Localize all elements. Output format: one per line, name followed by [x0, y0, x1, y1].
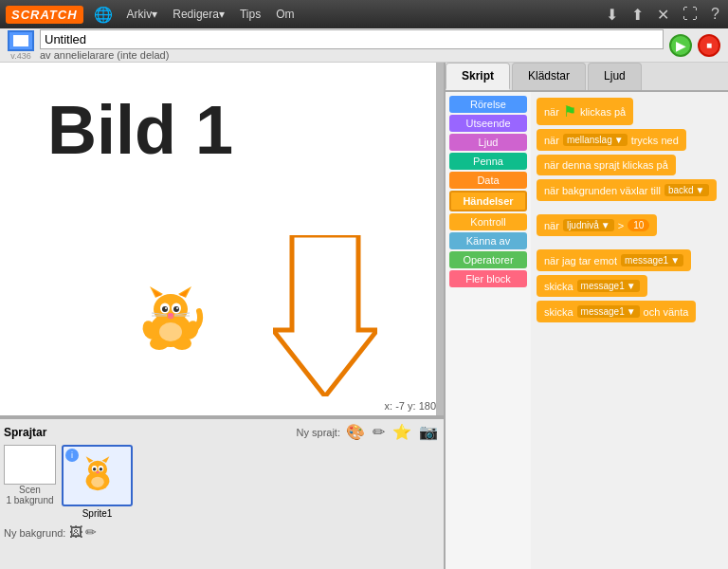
- stage-icon: [8, 30, 34, 51]
- block-key-dropdown[interactable]: mellanslag ▼: [563, 134, 628, 146]
- svg-point-11: [173, 306, 179, 312]
- stop-button[interactable]: ■: [698, 34, 720, 57]
- blocks-area: Rörelse Utseende Ljud Penna Data Händels…: [446, 92, 728, 569]
- right-panel: Skript Klädstar Ljud Rörelse Utseende Lj…: [446, 63, 728, 569]
- new-background-section: Ny bakgrund: 🖼 ✏: [4, 524, 440, 540]
- author-label: av annelielarare (inte delad): [40, 49, 664, 61]
- cat-fler-block[interactable]: Fler block: [449, 270, 527, 287]
- arrow-overlay: [273, 235, 368, 387]
- blocks-panel: när ⚑ klickas på när mellanslag ▼ trycks…: [531, 92, 728, 569]
- block-backdrop-label: när bakgrunden växlar till: [544, 185, 661, 196]
- scratch-cat: [133, 283, 209, 358]
- block-receive-dropdown[interactable]: message1 ▼: [621, 254, 683, 266]
- new-background-label: Ny bakgrund:: [4, 527, 65, 539]
- block-backdrop-dropdown[interactable]: backd▼: [664, 184, 709, 196]
- green-flag-icon: ⚑: [563, 102, 576, 120]
- stage-coords: x: -7 y: 180: [385, 400, 436, 412]
- categories-col: Rörelse Utseende Ljud Penna Data Händels…: [446, 92, 531, 569]
- svg-marker-24: [273, 235, 377, 396]
- version-badge: v.436: [10, 51, 30, 61]
- dropdown-arrow-icon: ▼: [614, 135, 624, 145]
- block-gap-2: [537, 240, 722, 246]
- tab-ljud[interactable]: Ljud: [588, 63, 642, 90]
- block-receive[interactable]: när jag tar emot message1 ▼: [537, 249, 691, 271]
- block-send[interactable]: skicka message1 ▼: [537, 275, 647, 297]
- block-send-wait-label: skicka: [544, 306, 573, 318]
- block-sound-level[interactable]: när ljudnivå ▼ > 10: [537, 214, 657, 236]
- tab-kladslar[interactable]: Klädstar: [512, 63, 586, 90]
- svg-point-10: [162, 306, 168, 312]
- svg-point-14: [168, 313, 173, 317]
- block-key-press[interactable]: när mellanslag ▼ trycks ned: [537, 129, 686, 151]
- block-backdrop[interactable]: när bakgrunden växlar till backd▼: [537, 179, 717, 201]
- menu-arkiv[interactable]: Arkiv▾: [123, 6, 162, 23]
- project-title-input[interactable]: [40, 29, 664, 49]
- dropdown-arrow-icon5: ▼: [627, 281, 636, 291]
- svg-marker-27: [85, 456, 93, 463]
- toolbar: SCRATCH 🌐 Arkiv▾ Redigera▾ Tips Om ⬇ ⬆ ✕…: [0, 0, 728, 28]
- svg-point-26: [87, 461, 106, 478]
- help-icon[interactable]: ?: [708, 6, 722, 23]
- block-green-flag[interactable]: när ⚑ klickas på: [537, 98, 633, 125]
- svg-marker-28: [101, 456, 109, 463]
- block-gap-1: [537, 205, 722, 211]
- stage-resize-handle[interactable]: [436, 63, 444, 415]
- block-sprite-click[interactable]: när denna sprajt klickas på: [537, 155, 676, 175]
- tabs-bar: Skript Klädstar Ljud: [446, 63, 728, 92]
- edit-bg-button[interactable]: ✏: [85, 524, 97, 540]
- block-sound-value[interactable]: 10: [628, 219, 649, 231]
- left-panel: Bild 1: [0, 63, 446, 569]
- cat-utseende[interactable]: Utseende: [449, 115, 527, 132]
- dropdown-arrow-icon2: ▼: [696, 185, 705, 195]
- block-flag-suffix: klickas på: [580, 106, 626, 118]
- sprites-title: Sprajtar: [4, 426, 46, 439]
- cat-kanna-av[interactable]: Känna av: [449, 232, 527, 249]
- block-send-label: skicka: [544, 281, 573, 292]
- cat-rorelse[interactable]: Rörelse: [449, 96, 527, 113]
- dropdown-arrow-icon6: ▼: [627, 306, 636, 317]
- block-send-dropdown[interactable]: message1 ▼: [577, 280, 640, 292]
- sprites-area: Scen 1 bakgrund i: [4, 445, 440, 519]
- cat-data[interactable]: Data: [449, 172, 527, 189]
- expand-icon[interactable]: ⛶: [680, 6, 701, 23]
- svg-point-31: [92, 468, 95, 470]
- sprite1-label: Sprite1: [82, 508, 113, 519]
- svg-point-12: [165, 307, 167, 309]
- block-key-when-label: när: [544, 135, 559, 146]
- svg-point-3: [154, 294, 188, 324]
- block-flag-when-label: när: [544, 106, 559, 118]
- cat-handelser[interactable]: Händelser: [449, 191, 527, 211]
- green-flag-button[interactable]: ▶: [669, 34, 692, 57]
- sprite-info-icon[interactable]: i: [65, 449, 79, 462]
- block-sound-dropdown[interactable]: ljudnivå ▼: [563, 219, 614, 231]
- paint-sprite-button[interactable]: 🎨: [344, 423, 367, 441]
- new-sprite-label: Ny sprajt:: [297, 427, 340, 438]
- sprites-header: Sprajtar Ny sprajt: 🎨 ✏ ⭐ 📷: [4, 423, 440, 441]
- fullscreen-icon[interactable]: ✕: [654, 6, 672, 24]
- menu-tips[interactable]: Tips: [236, 6, 264, 23]
- scene-box: Scen 1 bakgrund: [4, 445, 56, 519]
- paint-bg-button[interactable]: 🖼: [69, 524, 82, 540]
- block-sprite-click-label: när denna sprajt klickas på: [544, 159, 668, 171]
- sprite-thumb-sprite1[interactable]: i: [62, 445, 133, 506]
- cat-kontroll[interactable]: Kontroll: [449, 213, 527, 230]
- block-send-wait-dropdown[interactable]: message1 ▼: [577, 305, 640, 318]
- upload-sprite-button[interactable]: 📷: [417, 423, 440, 441]
- svg-point-23: [159, 322, 182, 341]
- scene-thumb[interactable]: [4, 445, 56, 485]
- menu-redigera[interactable]: Redigera▾: [169, 6, 228, 23]
- cat-penna[interactable]: Penna: [449, 153, 527, 170]
- edit-sprite-button[interactable]: ✏: [371, 423, 387, 441]
- download-icon[interactable]: ⬇: [603, 6, 621, 24]
- block-sound-when-label: när: [544, 220, 559, 231]
- random-sprite-button[interactable]: ⭐: [391, 423, 413, 441]
- tab-skript[interactable]: Skript: [446, 63, 510, 90]
- svg-point-32: [99, 468, 101, 470]
- menu-om[interactable]: Om: [272, 6, 298, 23]
- cat-operatorer[interactable]: Operatorer: [449, 251, 527, 268]
- cat-ljud[interactable]: Ljud: [449, 134, 527, 151]
- globe-icon[interactable]: 🌐: [91, 6, 116, 24]
- block-send-wait[interactable]: skicka message1 ▼ och vänta: [537, 301, 696, 322]
- stage-area: Bild 1: [0, 63, 446, 417]
- upload-icon[interactable]: ⬆: [628, 6, 646, 24]
